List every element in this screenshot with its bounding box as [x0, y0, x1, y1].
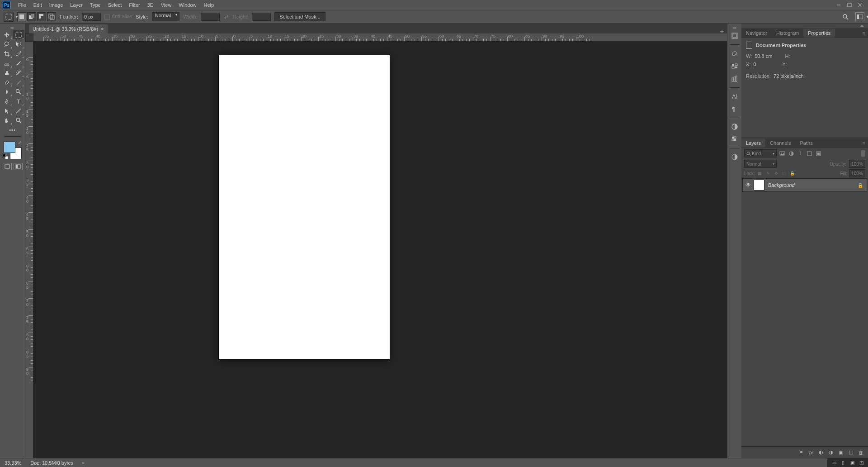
panel-menu-icon[interactable]: ≡: [863, 30, 865, 36]
layer-row-background[interactable]: 👁 Background 🔒: [742, 178, 867, 192]
filter-toggle-switch[interactable]: [861, 150, 865, 157]
menu-view[interactable]: View: [157, 1, 175, 9]
doc-size[interactable]: Doc: 10.5M/0 bytes: [30, 460, 73, 466]
move-tool-icon[interactable]: [1, 30, 13, 39]
tab-layers[interactable]: Layers: [741, 138, 765, 148]
menu-help[interactable]: Help: [200, 1, 218, 9]
tray-icon[interactable]: ▣: [849, 460, 855, 465]
character-panel-icon[interactable]: A: [728, 91, 741, 102]
menu-edit[interactable]: Edit: [30, 1, 46, 9]
lasso-tool-icon[interactable]: [1, 39, 13, 49]
tab-histogram[interactable]: Histogram: [772, 29, 803, 38]
filter-kind-select[interactable]: Kind▾: [744, 149, 777, 157]
selection-add-icon[interactable]: [27, 12, 36, 21]
filter-pixel-icon[interactable]: [778, 150, 786, 157]
selection-new-icon[interactable]: [17, 12, 26, 21]
selection-subtract-icon[interactable]: [37, 12, 46, 21]
minimize-button[interactable]: [834, 1, 844, 9]
panel-menu-icon[interactable]: ≡: [863, 140, 865, 146]
shape-tool-icon[interactable]: [13, 106, 24, 115]
document-tab[interactable]: Untitled-1 @ 33.3% (RGB/8#) ×: [29, 24, 108, 33]
paragraph-panel-icon[interactable]: ¶: [728, 103, 741, 115]
quick-select-tool-icon[interactable]: [13, 39, 24, 49]
color-panel-icon[interactable]: [728, 48, 741, 59]
status-menu-icon[interactable]: ▸: [82, 460, 85, 466]
layer-style-icon[interactable]: fx: [807, 449, 815, 456]
workspace-switcher-icon[interactable]: ▾: [855, 12, 864, 21]
ruler-horizontal[interactable]: 5550454035302520151050510152025303540455…: [33, 33, 727, 42]
filter-smart-icon[interactable]: [815, 150, 822, 157]
styles-panel-icon[interactable]: [728, 133, 741, 145]
lock-pixels-icon[interactable]: ✎: [765, 170, 771, 176]
lock-icon[interactable]: 🔒: [858, 183, 863, 188]
menu-layer[interactable]: Layer: [66, 1, 86, 9]
learn-panel-icon[interactable]: [728, 151, 741, 163]
adjustments-panel-icon[interactable]: [728, 121, 741, 133]
new-layer-icon[interactable]: ◫: [847, 449, 854, 456]
blur-tool-icon[interactable]: [1, 87, 13, 96]
menu-3d[interactable]: 3D: [144, 1, 157, 9]
tab-channels[interactable]: Channels: [765, 138, 795, 148]
filter-shape-icon[interactable]: [806, 150, 813, 157]
marquee-tool-icon[interactable]: [13, 30, 24, 39]
link-layers-icon[interactable]: ⚭: [797, 449, 805, 456]
menu-image[interactable]: Image: [46, 1, 67, 9]
lock-transparency-icon[interactable]: ▦: [757, 170, 763, 176]
type-tool-icon[interactable]: T: [13, 96, 24, 106]
maximize-button[interactable]: [844, 1, 854, 9]
close-icon[interactable]: ×: [101, 26, 104, 32]
delete-layer-icon[interactable]: 🗑: [857, 449, 864, 456]
tools-collapse-icon[interactable]: ◂▸: [10, 25, 15, 29]
foreground-color-swatch[interactable]: [4, 141, 15, 153]
brush-tool-icon[interactable]: [13, 58, 24, 68]
default-colors-icon[interactable]: [3, 154, 8, 159]
layer-name[interactable]: Background: [768, 182, 795, 188]
canvas-viewport[interactable]: [33, 42, 727, 458]
crop-tool-icon[interactable]: [1, 49, 13, 58]
tool-preset-picker[interactable]: ▾: [4, 12, 14, 22]
menu-file[interactable]: File: [14, 1, 30, 9]
tab-paths[interactable]: Paths: [796, 138, 817, 148]
menu-filter[interactable]: Filter: [125, 1, 143, 9]
lock-artboard-icon[interactable]: ⬚: [781, 170, 788, 176]
pen-tool-icon[interactable]: [1, 96, 13, 106]
close-button[interactable]: [855, 1, 865, 9]
select-and-mask-button[interactable]: Select and Mask...: [274, 12, 326, 21]
panel-collapse-icon[interactable]: ◂▸: [741, 24, 868, 28]
menu-select[interactable]: Select: [104, 1, 126, 9]
history-panel-icon[interactable]: [728, 30, 741, 42]
zoom-tool-icon[interactable]: [13, 115, 24, 125]
dock-collapse-icon[interactable]: ◂▸: [732, 25, 737, 29]
layer-mask-icon[interactable]: ◐: [817, 449, 825, 456]
path-select-tool-icon[interactable]: [1, 106, 13, 115]
quick-mask-icon[interactable]: [3, 163, 12, 170]
screen-mode-icon[interactable]: [14, 163, 23, 170]
eyedropper-tool-icon[interactable]: [13, 49, 24, 58]
menu-window[interactable]: Window: [175, 1, 200, 9]
edit-toolbar-icon[interactable]: •••: [7, 125, 19, 134]
new-group-icon[interactable]: ▣: [837, 449, 844, 456]
dodge-tool-icon[interactable]: [13, 87, 24, 96]
ruler-origin[interactable]: [25, 33, 33, 42]
history-brush-tool-icon[interactable]: [13, 68, 24, 77]
lock-all-icon[interactable]: 🔒: [789, 170, 796, 176]
eraser-tool-icon[interactable]: [1, 77, 13, 87]
clone-stamp-tool-icon[interactable]: [1, 68, 13, 77]
visibility-icon[interactable]: 👁: [743, 182, 754, 188]
selection-intersect-icon[interactable]: [47, 12, 56, 21]
tray-icon[interactable]: ◳: [858, 460, 864, 465]
document-canvas[interactable]: [219, 55, 390, 359]
swatches-panel-icon[interactable]: [728, 60, 741, 72]
adjustment-layer-icon[interactable]: ◑: [827, 449, 835, 456]
ruler-vertical[interactable]: 051015202530354045505560657075808590: [25, 42, 33, 458]
feather-input[interactable]: [82, 13, 101, 21]
tray-icon[interactable]: ▭: [831, 460, 837, 465]
gradient-tool-icon[interactable]: [13, 77, 24, 87]
libraries-panel-icon[interactable]: [728, 73, 741, 85]
search-icon[interactable]: [841, 12, 850, 21]
tabs-collapse-icon[interactable]: ◂▸: [720, 29, 724, 33]
layer-thumbnail[interactable]: [754, 180, 764, 191]
filter-type-icon[interactable]: T: [797, 150, 804, 157]
menu-type[interactable]: Type: [86, 1, 104, 9]
style-select[interactable]: Normal▾: [152, 12, 179, 21]
